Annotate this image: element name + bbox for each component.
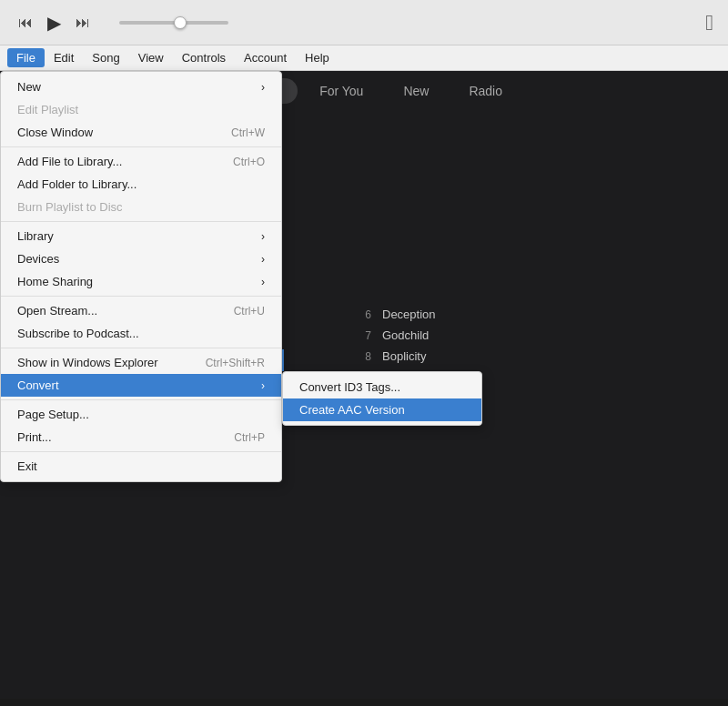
menu-sep-4 bbox=[1, 348, 281, 348]
menu-label-show-explorer: Show in Windows Explorer bbox=[17, 356, 158, 369]
menu-sep-2 bbox=[1, 221, 281, 222]
menu-sep-6 bbox=[1, 451, 281, 452]
menu-item-exit[interactable]: Exit bbox=[1, 455, 281, 478]
track-num: 6 bbox=[349, 308, 371, 321]
menu-label-edit-playlist: Edit Playlist bbox=[17, 103, 78, 116]
menu-item-add-file[interactable]: Add File to Library... Ctrl+O bbox=[1, 150, 281, 173]
menu-item-burn-playlist: Burn Playlist to Disc bbox=[1, 196, 281, 218]
menu-shortcut-show-explorer: Ctrl+Shift+R bbox=[206, 357, 265, 369]
track-name: Godchild bbox=[382, 328, 706, 342]
menu-item-show-explorer[interactable]: Show in Windows Explorer Ctrl+Shift+R bbox=[1, 351, 281, 374]
menu-label-devices: Devices bbox=[17, 252, 59, 266]
menu-label-new: New bbox=[17, 80, 41, 94]
menubar-item-controls[interactable]: Controls bbox=[173, 48, 235, 67]
menu-item-open-stream[interactable]: Open Stream... Ctrl+U bbox=[1, 299, 281, 322]
play-button[interactable]: ▶ bbox=[44, 8, 65, 37]
menubar-item-edit[interactable]: Edit bbox=[45, 48, 83, 67]
menu-item-library[interactable]: Library › bbox=[1, 225, 281, 247]
tab-new[interactable]: New bbox=[385, 78, 447, 104]
track-num: 7 bbox=[349, 329, 371, 342]
toolbar: ⏮ ▶ ⏭  bbox=[0, 0, 728, 45]
menu-sep-5 bbox=[1, 399, 281, 400]
menu-arrow-new: › bbox=[261, 81, 265, 94]
menu-shortcut-open-stream: Ctrl+U bbox=[234, 305, 265, 318]
menubar-item-view[interactable]: View bbox=[129, 48, 173, 67]
menu-label-burn-playlist: Burn Playlist to Disc bbox=[17, 200, 123, 214]
menu-shortcut-add-file: Ctrl+O bbox=[233, 156, 265, 168]
progress-thumb bbox=[174, 16, 187, 29]
menu-item-page-setup[interactable]: Page Setup... bbox=[1, 403, 281, 426]
menubar-item-help[interactable]: Help bbox=[296, 48, 339, 67]
apple-logo-icon:  bbox=[705, 10, 713, 35]
track-name: Boplicity bbox=[382, 349, 706, 363]
menu-label-home-sharing: Home Sharing bbox=[17, 275, 93, 288]
menu-label-add-file: Add File to Library... bbox=[17, 155, 122, 168]
menu-arrow-devices: › bbox=[261, 253, 265, 266]
menu-item-convert[interactable]: Convert › bbox=[1, 374, 281, 397]
menubar-item-song[interactable]: Song bbox=[83, 48, 128, 67]
menu-item-devices[interactable]: Devices › bbox=[1, 247, 281, 270]
menu-shortcut-close-window: Ctrl+W bbox=[231, 126, 265, 139]
menu-label-print: Print... bbox=[17, 430, 52, 444]
menu-label-subscribe-podcast: Subscribe to Podcast... bbox=[17, 327, 139, 340]
menu-arrow-home-sharing: › bbox=[261, 276, 265, 288]
menu-arrow-library: › bbox=[261, 230, 265, 243]
menu-label-close-window: Close Window bbox=[17, 126, 93, 139]
menubar-item-account[interactable]: Account bbox=[235, 48, 296, 67]
tab-radio[interactable]: Radio bbox=[450, 78, 521, 104]
submenu-item-convert-id3[interactable]: Convert ID3 Tags... bbox=[283, 376, 481, 398]
menu-label-exit: Exit bbox=[17, 459, 37, 473]
menu-label-convert: Convert bbox=[17, 378, 59, 392]
menu-label-add-folder: Add Folder to Library... bbox=[17, 177, 136, 191]
menubar-item-file[interactable]: File bbox=[7, 48, 45, 67]
menu-arrow-convert: › bbox=[261, 379, 265, 392]
menu-sep-1 bbox=[1, 146, 281, 147]
menu-label-library: Library bbox=[17, 229, 54, 243]
menu-item-subscribe-podcast[interactable]: Subscribe to Podcast... bbox=[1, 322, 281, 345]
menu-item-new[interactable]: New › bbox=[1, 76, 281, 98]
forward-button[interactable]: ⏭ bbox=[72, 11, 94, 35]
track-row[interactable]: 7 Godchild bbox=[298, 325, 721, 346]
menu-label-open-stream: Open Stream... bbox=[17, 304, 97, 318]
track-row[interactable]: 8 Boplicity bbox=[298, 346, 721, 367]
menu-label-page-setup: Page Setup... bbox=[17, 408, 89, 421]
convert-submenu: Convert ID3 Tags... Create AAC Version bbox=[282, 371, 482, 426]
track-row[interactable]: 6 Deception bbox=[298, 304, 721, 325]
menu-item-print[interactable]: Print... Ctrl+P bbox=[1, 426, 281, 449]
submenu-item-create-aac[interactable]: Create AAC Version bbox=[283, 398, 481, 421]
progress-bar[interactable] bbox=[119, 21, 228, 25]
track-name: Deception bbox=[382, 308, 706, 321]
menu-item-close-window[interactable]: Close Window Ctrl+W bbox=[1, 121, 281, 144]
submenu-label-create-aac: Create AAC Version bbox=[299, 403, 405, 417]
menu-item-home-sharing[interactable]: Home Sharing › bbox=[1, 270, 281, 293]
menu-sep-3 bbox=[1, 296, 281, 297]
submenu-label-convert-id3: Convert ID3 Tags... bbox=[299, 380, 400, 394]
progress-track bbox=[119, 21, 228, 25]
menu-item-edit-playlist: Edit Playlist bbox=[1, 98, 281, 121]
tab-for-you[interactable]: For You bbox=[301, 78, 381, 104]
playback-controls: ⏮ ▶ ⏭ bbox=[15, 8, 228, 37]
menubar: File Edit Song View Controls Account Hel… bbox=[0, 45, 728, 71]
menu-shortcut-print: Ctrl+P bbox=[234, 431, 265, 444]
rewind-button[interactable]: ⏮ bbox=[15, 11, 36, 35]
track-num: 8 bbox=[349, 350, 371, 363]
file-dropdown-menu: New › Edit Playlist Close Window Ctrl+W … bbox=[0, 71, 282, 482]
menu-item-add-folder[interactable]: Add Folder to Library... bbox=[1, 173, 281, 196]
